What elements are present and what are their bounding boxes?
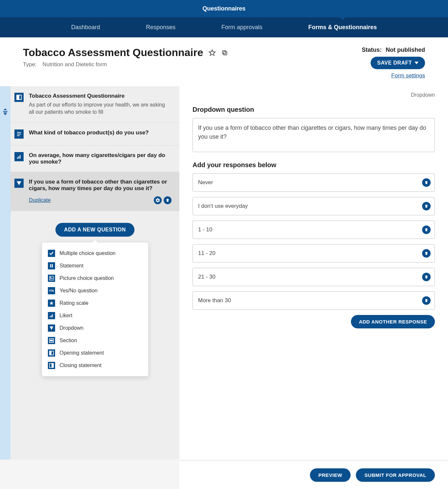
- submit-approval-button[interactable]: SUBMIT FOR APPROVAL: [356, 468, 435, 482]
- star-icon[interactable]: [209, 49, 216, 56]
- svg-rect-29: [49, 351, 51, 355]
- response-item[interactable]: Never: [193, 173, 435, 192]
- menu-item-label: Closing statement: [60, 362, 102, 368]
- svg-marker-25: [50, 326, 53, 330]
- response-text: 1 - 10: [198, 226, 422, 233]
- delete-response-button[interactable]: [422, 296, 431, 305]
- nav-bar: Dashboard Responses Form approvals Forms…: [0, 17, 448, 37]
- svg-marker-7: [4, 113, 7, 115]
- section-icon: [48, 337, 55, 344]
- question-actions-row: Duplicate: [29, 196, 172, 204]
- svg-rect-23: [51, 315, 51, 317]
- delete-response-button[interactable]: [422, 273, 431, 281]
- add-question-button[interactable]: ADD A NEW QUESTION: [55, 223, 134, 237]
- preview-button[interactable]: PREVIEW: [310, 468, 351, 482]
- question-section-title: Dropdown question: [193, 106, 435, 113]
- top-bar: Questionnaires: [0, 0, 448, 17]
- menu-item-rating-scale[interactable]: Rating scale: [42, 297, 148, 309]
- question-item-title: What kind of tobacco product(s) do you u…: [29, 129, 172, 136]
- menu-item-yes-no[interactable]: Y/N Yes/No question: [42, 284, 148, 297]
- menu-item-multiple-choice[interactable]: Multiple choice question: [42, 247, 148, 260]
- trash-icon[interactable]: [164, 196, 172, 204]
- check-icon: [48, 250, 55, 257]
- form-settings-link[interactable]: Form settings: [391, 72, 425, 79]
- response-item[interactable]: More than 30: [193, 291, 435, 310]
- menu-item-statement[interactable]: Statement: [42, 260, 148, 272]
- opening-statement-icon: [14, 93, 24, 102]
- add-response-row: ADD ANOTHER RESPONSE: [193, 315, 435, 328]
- editor-type-label: Dropdown: [411, 92, 435, 98]
- menu-item-label: Statement: [60, 263, 84, 269]
- menu-item-label: Rating scale: [60, 300, 89, 306]
- nav-responses[interactable]: Responses: [143, 17, 179, 37]
- delete-response-button[interactable]: [422, 249, 431, 258]
- reorder-icon[interactable]: [3, 108, 8, 116]
- response-text: More than 30: [198, 297, 422, 304]
- question-item-content: What kind of tobacco product(s) do you u…: [29, 129, 172, 139]
- svg-rect-13: [17, 157, 18, 159]
- menu-item-closing-statement[interactable]: Closing statement: [42, 359, 148, 372]
- svg-rect-14: [18, 156, 19, 159]
- svg-marker-4: [4, 108, 7, 110]
- menu-item-likert[interactable]: Likert: [42, 309, 148, 322]
- star-icon: [48, 300, 55, 307]
- question-item-subtitle: As part of our efforts to improve your h…: [29, 101, 172, 116]
- question-item-4[interactable]: If you use a form of tobacco other than …: [10, 172, 179, 211]
- question-item-1[interactable]: Tobacco Assessment Questionnaire As part…: [10, 86, 179, 123]
- svg-rect-17: [50, 264, 51, 267]
- menu-item-label: Picture choice question: [60, 275, 114, 281]
- response-text: Never: [198, 179, 422, 186]
- response-item[interactable]: 11 - 20: [193, 244, 435, 263]
- add-question-area: ADD A NEW QUESTION Multiple choice quest…: [10, 211, 179, 376]
- menu-item-label: Section: [60, 338, 77, 343]
- question-text-input[interactable]: If you use a form of tobacco other than …: [193, 118, 435, 152]
- nav-dashboard[interactable]: Dashboard: [68, 17, 103, 37]
- svg-rect-5: [3, 111, 8, 112]
- response-item[interactable]: 1 - 10: [193, 221, 435, 239]
- dropdown-icon: [14, 179, 24, 188]
- delete-response-button[interactable]: [422, 225, 431, 234]
- menu-item-dropdown[interactable]: Dropdown: [42, 322, 148, 334]
- status-label: Status:: [362, 47, 382, 53]
- copy-icon[interactable]: [221, 49, 228, 56]
- menu-item-opening-statement[interactable]: Opening statement: [42, 347, 148, 359]
- question-editor: Dropdown Dropdown question If you use a …: [179, 86, 448, 460]
- question-type-menu: Multiple choice question Statement Pictu…: [42, 243, 148, 376]
- add-response-button[interactable]: ADD ANOTHER RESPONSE: [351, 315, 435, 328]
- menu-item-section[interactable]: Section: [42, 334, 148, 347]
- question-item-title: On average, how many cigarettes/cigars p…: [29, 152, 172, 165]
- top-bar-title: Questionnaires: [202, 5, 245, 12]
- nav-form-approvals[interactable]: Form approvals: [218, 17, 266, 37]
- response-item[interactable]: 21 - 30: [193, 268, 435, 286]
- type-row: Type: Nutrition and Dietetic form: [23, 61, 228, 68]
- pause-icon: [48, 262, 55, 269]
- nav-forms-questionnaires[interactable]: Forms & Questionnaires: [305, 17, 380, 37]
- chevron-down-icon: [415, 62, 418, 64]
- svg-marker-21: [50, 301, 53, 305]
- type-value: Nutrition and Dietetic form: [43, 61, 107, 68]
- question-item-2[interactable]: What kind of tobacco product(s) do you u…: [10, 123, 179, 146]
- response-text: 21 - 30: [198, 274, 422, 280]
- opening-icon: [48, 349, 55, 357]
- duplicate-link[interactable]: Duplicate: [29, 197, 51, 203]
- main-container: Tobacco Assessment Questionnaire As part…: [0, 86, 448, 460]
- picture-icon: [48, 275, 55, 282]
- menu-item-picture-choice[interactable]: Picture choice question: [42, 272, 148, 284]
- question-item-3[interactable]: On average, how many cigarettes/cigars p…: [10, 146, 179, 172]
- response-item[interactable]: I don't use everyday: [193, 197, 435, 215]
- title-row: Tobacco Assessment Questionnaire: [23, 47, 228, 59]
- svg-rect-31: [51, 363, 53, 367]
- svg-rect-6: [4, 112, 7, 113]
- page-header: Tobacco Assessment Questionnaire Type: N…: [0, 37, 448, 86]
- delete-response-button[interactable]: [422, 202, 431, 210]
- responses-section-title: Add your responses below: [193, 161, 435, 169]
- save-draft-button[interactable]: SAVE DRAFT: [371, 57, 425, 69]
- gear-icon[interactable]: [154, 196, 162, 204]
- svg-rect-1: [223, 51, 227, 55]
- menu-item-label: Likert: [60, 313, 72, 319]
- status-value: Not published: [386, 47, 425, 53]
- status-row: Status: Not published: [362, 47, 425, 53]
- delete-response-button[interactable]: [422, 178, 431, 187]
- svg-rect-24: [52, 314, 52, 317]
- question-item-content: If you use a form of tobacco other than …: [29, 179, 172, 204]
